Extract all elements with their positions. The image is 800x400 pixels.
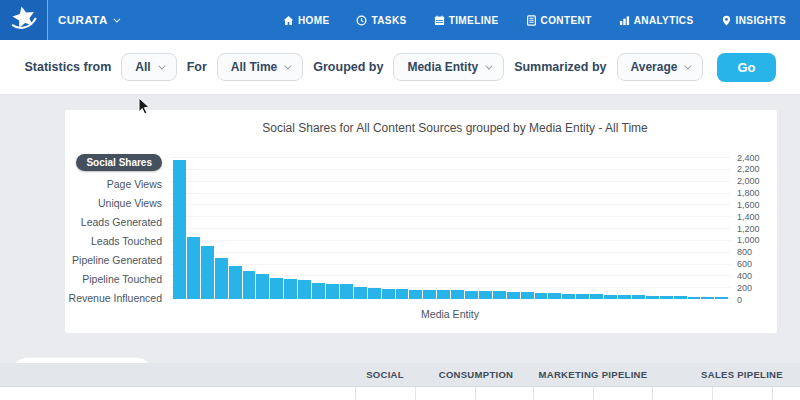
metric-item-leads-touched[interactable]: Leads Touched <box>91 235 162 247</box>
bar-chart-plot <box>170 157 730 299</box>
summary-table-row <box>0 386 800 400</box>
chart-bar[interactable] <box>479 291 492 299</box>
metric-item-social-shares[interactable]: Social Shares <box>76 154 162 171</box>
chart-bar[interactable] <box>576 294 589 299</box>
chart-bar[interactable] <box>173 160 186 299</box>
table-header-social: SOCIAL <box>366 369 404 380</box>
y-tick-label: 2,400 <box>737 153 760 163</box>
chevron-down-icon <box>158 62 165 69</box>
chart-bar[interactable] <box>535 293 548 299</box>
chart-bar[interactable] <box>270 278 283 299</box>
bars-container <box>173 157 728 299</box>
summarized-by-label: Summarized by <box>514 60 606 74</box>
table-header-sales-pipeline: SALES PIPELINE <box>701 369 783 380</box>
nav-item-timeline[interactable]: TIMELINE <box>434 15 499 26</box>
chart-bar[interactable] <box>715 297 728 299</box>
chart-bar[interactable] <box>451 290 464 299</box>
chart-bar[interactable] <box>229 266 242 299</box>
cell-separator <box>593 387 594 400</box>
chart-bar[interactable] <box>688 297 701 299</box>
metric-item-unique-views[interactable]: Unique Views <box>98 197 162 209</box>
y-tick-label: 400 <box>737 271 752 281</box>
cell-separator <box>475 387 476 400</box>
summarized-by-value: Average <box>631 60 678 74</box>
nav-item-tasks[interactable]: TASKS <box>356 15 406 26</box>
chart-bar[interactable] <box>465 291 478 299</box>
statistics-from-label: Statistics from <box>24 60 111 74</box>
for-label: For <box>187 60 207 74</box>
top-navbar: CURATA HOMETASKSTIMELINECONTENTANALYTICS… <box>0 0 800 40</box>
y-tick-label: 2,200 <box>737 164 760 174</box>
chart-bar[interactable] <box>243 271 256 299</box>
cell-separator <box>415 387 416 400</box>
y-tick-label: 2,000 <box>737 176 760 186</box>
statistics-from-dropdown[interactable]: All <box>121 53 176 81</box>
go-button[interactable]: Go <box>717 53 775 82</box>
metric-item-pipeline-touched[interactable]: Pipeline Touched <box>82 273 162 285</box>
insights-icon <box>721 15 732 26</box>
y-tick-label: 1,600 <box>737 200 760 210</box>
grouped-by-dropdown[interactable]: Media Entity <box>393 53 504 81</box>
metric-menu: Social SharesPage ViewsUnique ViewsLeads… <box>65 154 162 304</box>
chart-bar[interactable] <box>646 296 659 299</box>
summarized-by-dropdown[interactable]: Average <box>617 53 704 81</box>
chart-bar[interactable] <box>256 274 269 299</box>
chart-bar[interactable] <box>437 290 450 299</box>
y-tick-label: 1,400 <box>737 212 760 222</box>
chart-panel: Social Shares for All Content Sources gr… <box>65 110 777 333</box>
metric-item-revenue-influenced[interactable]: Revenue Influenced <box>69 292 162 304</box>
y-tick-label: 600 <box>737 259 752 269</box>
chart-bar[interactable] <box>632 295 645 299</box>
chart-bar[interactable] <box>604 295 617 299</box>
chart-bar[interactable] <box>423 290 436 299</box>
chart-bar[interactable] <box>215 258 228 299</box>
chart-bar[interactable] <box>674 296 687 299</box>
table-header-consumption: CONSUMPTION <box>439 369 514 380</box>
x-axis-title: Media Entity <box>170 308 730 320</box>
grouped-by-value: Media Entity <box>407 60 478 74</box>
chart-bar[interactable] <box>590 294 603 299</box>
chart-bar[interactable] <box>354 287 367 299</box>
chart-bar[interactable] <box>284 279 297 299</box>
chart-bar[interactable] <box>507 292 520 299</box>
time-range-dropdown[interactable]: All Time <box>217 53 303 81</box>
chevron-down-icon <box>113 15 120 22</box>
chart-bar[interactable] <box>521 292 534 299</box>
chart-bar[interactable] <box>368 288 381 299</box>
chevron-down-icon <box>285 62 292 69</box>
nav-item-content[interactable]: CONTENT <box>526 15 592 26</box>
chart-bar[interactable] <box>312 283 325 299</box>
metric-item-page-views[interactable]: Page Views <box>107 178 162 190</box>
y-tick-label: 1,200 <box>737 224 760 234</box>
filter-bar: Statistics from All For All Time Grouped… <box>0 40 800 95</box>
y-tick-label: 800 <box>737 247 752 257</box>
chart-bar[interactable] <box>548 293 561 299</box>
metric-item-pipeline-generated[interactable]: Pipeline Generated <box>72 254 162 266</box>
chart-bar[interactable] <box>409 290 422 299</box>
chart-bar[interactable] <box>701 297 714 299</box>
grouped-by-label: Grouped by <box>313 60 383 74</box>
chart-bar[interactable] <box>201 246 214 299</box>
chart-bar[interactable] <box>382 289 395 299</box>
nav-item-insights[interactable]: INSIGHTS <box>721 15 786 26</box>
content-icon <box>526 15 537 26</box>
chart-bar[interactable] <box>340 284 353 299</box>
chart-bar[interactable] <box>618 295 631 299</box>
star-logo-icon <box>9 3 39 37</box>
chart-bar[interactable] <box>326 284 339 300</box>
nav-item-analytics[interactable]: ANALYTICS <box>619 15 694 26</box>
chart-bar[interactable] <box>493 291 506 299</box>
chart-bar[interactable] <box>298 280 311 299</box>
chart-bar[interactable] <box>187 237 200 299</box>
nav-item-home[interactable]: HOME <box>283 15 330 26</box>
brand-menu[interactable]: CURATA <box>58 14 118 26</box>
curata-logo[interactable] <box>0 0 48 40</box>
y-tick-label: 1,800 <box>737 188 760 198</box>
chevron-down-icon <box>486 62 493 69</box>
metric-item-leads-generated[interactable]: Leads Generated <box>81 216 162 228</box>
chart-bar[interactable] <box>396 289 409 299</box>
chart-bar[interactable] <box>660 296 673 299</box>
cell-separator <box>355 387 356 400</box>
y-tick-label: 200 <box>737 283 752 293</box>
chart-bar[interactable] <box>562 294 575 299</box>
